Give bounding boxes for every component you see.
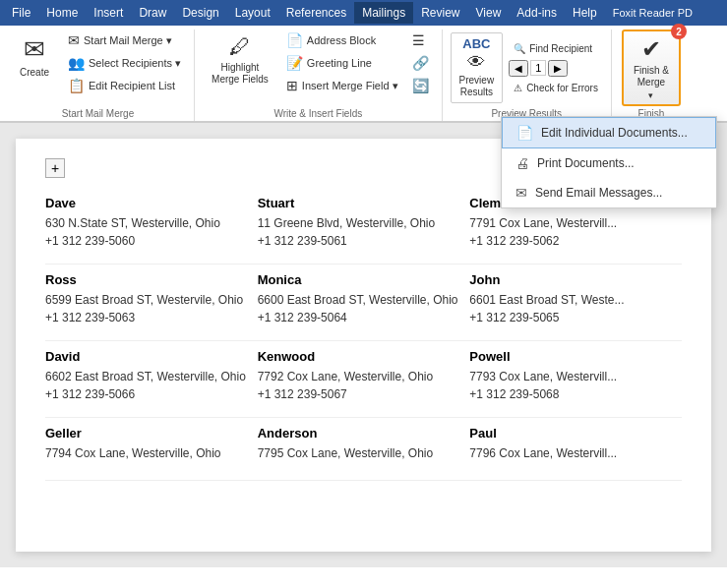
menu-foxit[interactable]: Foxit Reader PD bbox=[605, 3, 700, 23]
email-icon: ✉ bbox=[515, 185, 527, 201]
contact-address: 11 Greene Blvd, Westerville, Ohio bbox=[258, 216, 460, 230]
menu-review[interactable]: Review bbox=[413, 2, 467, 24]
merge-field-icon: ⊞ bbox=[286, 78, 298, 93]
contact-name: Kenwood bbox=[258, 349, 460, 364]
menu-view[interactable]: View bbox=[468, 2, 510, 24]
ribbon-group-preview: ABC 👁 PreviewResults 🔍 Find Recipient ◀ … bbox=[443, 29, 612, 121]
finish-badge: 2 bbox=[671, 24, 687, 39]
rules-button[interactable]: ☰ bbox=[407, 29, 434, 51]
people-icon: 👥 bbox=[68, 55, 85, 71]
contact-phone: +1 312 239-5060 bbox=[45, 234, 248, 248]
update-icon: 🔄 bbox=[412, 78, 429, 93]
contact-address: 630 N.State ST, Westerville, Ohio bbox=[45, 216, 248, 230]
nav-prev-button[interactable]: ◀ bbox=[509, 60, 528, 77]
contact-cell: Powell 7793 Cox Lane, Westervill... +1 3… bbox=[469, 341, 682, 418]
mail-icon: ✉ bbox=[68, 32, 80, 48]
greeting-icon: 📝 bbox=[286, 55, 303, 71]
contact-name: David bbox=[45, 349, 248, 364]
finish-merge-button[interactable]: ✔ Finish &Merge ▾ bbox=[622, 29, 681, 106]
contact-cell: Paul 7796 Cox Lane, Westervill... bbox=[469, 418, 682, 481]
menu-bar: File Home Insert Draw Design Layout Refe… bbox=[0, 0, 727, 26]
update-labels-button[interactable]: 🔄 bbox=[407, 75, 434, 96]
menu-references[interactable]: References bbox=[278, 2, 354, 24]
highlight-merge-fields-button[interactable]: 🖊 HighlightMerge Fields bbox=[203, 29, 277, 90]
ribbon-group-write-insert: 🖊 HighlightMerge Fields 📄 Address Block … bbox=[195, 29, 443, 121]
contact-cell: Kenwood 7792 Cox Lane, Westerville, Ohio… bbox=[258, 341, 470, 418]
group-label-start-mail-merge: Start Mail Merge bbox=[62, 108, 134, 121]
contact-cell: David 6602 East Broad ST, Westerville, O… bbox=[45, 341, 258, 418]
menu-addins[interactable]: Add-ins bbox=[509, 2, 565, 24]
finish-merge-dropdown: 📄 Edit Individual Documents... 🖨 Print D… bbox=[501, 116, 717, 208]
contact-grid: Dave 630 N.State ST, Westerville, Ohio +… bbox=[45, 188, 682, 481]
contact-address: 6599 East Broad ST, Westervile, Ohio bbox=[45, 293, 248, 307]
contact-cell: Monica 6600 East Broad ST, Westerville, … bbox=[258, 265, 470, 341]
print-documents-item[interactable]: 🖨 Print Documents... bbox=[502, 148, 716, 178]
edit-recipient-list-button[interactable]: 📋 Edit Recipient List bbox=[63, 75, 186, 96]
contact-address: 7793 Cox Lane, Westervill... bbox=[469, 370, 672, 383]
match-icon: 🔗 bbox=[412, 55, 429, 71]
select-recipients-button[interactable]: 👥 Select Recipients ▾ bbox=[63, 52, 186, 74]
contact-cell: Stuart 11 Greene Blvd, Westerville, Ohio… bbox=[258, 188, 470, 265]
start-mail-merge-button[interactable]: ✉ Start Mail Merge ▾ bbox=[63, 29, 186, 51]
contact-name: Monica bbox=[258, 272, 460, 287]
check-icon: ⚠ bbox=[514, 83, 522, 93]
menu-home[interactable]: Home bbox=[38, 2, 86, 24]
contact-address: 7794 Cox Lane, Westerville, Ohio bbox=[45, 446, 248, 460]
contact-name: Powell bbox=[469, 349, 672, 364]
abc-label: ABC bbox=[462, 37, 490, 50]
insert-merge-field-button[interactable]: ⊞ Insert Merge Field ▾ bbox=[281, 75, 403, 96]
edit-individual-docs-item[interactable]: 📄 Edit Individual Documents... bbox=[502, 117, 716, 148]
contact-phone: +1 312 239-5063 bbox=[45, 311, 248, 324]
menu-layout[interactable]: Layout bbox=[227, 2, 278, 24]
contact-phone: +1 312 239-5062 bbox=[469, 234, 672, 248]
contact-phone: +1 312 239-5066 bbox=[45, 387, 248, 401]
create-button[interactable]: ✉ Create bbox=[10, 29, 59, 84]
add-table-button[interactable]: + bbox=[45, 158, 65, 178]
greeting-line-button[interactable]: 📝 Greeting Line bbox=[281, 52, 403, 74]
check-errors-button[interactable]: ⚠ Check for Errors bbox=[509, 80, 603, 96]
contact-phone: +1 312 239-5068 bbox=[469, 387, 672, 401]
contact-address: 7796 Cox Lane, Westervill... bbox=[469, 446, 672, 460]
ribbon: ✉ Create ✉ Start Mail Merge ▾ 👥 Select R… bbox=[0, 26, 727, 123]
nav-controls: ◀ 1 ▶ bbox=[509, 60, 603, 77]
contact-address: 6600 East Broad ST, Westerville, Ohio bbox=[258, 293, 460, 307]
envelope-icon: ✉ bbox=[24, 34, 45, 65]
contact-address: 7792 Cox Lane, Westerville, Ohio bbox=[258, 370, 460, 383]
find-recipient-button[interactable]: 🔍 Find Recipient bbox=[509, 40, 603, 57]
finish-label: Finish &Merge bbox=[634, 65, 669, 88]
field-extras: ☰ 🔗 🔄 bbox=[407, 29, 434, 96]
finish-merge-wrapper: ✔ Finish &Merge ▾ 2 bbox=[622, 29, 681, 106]
contact-name: Paul bbox=[469, 426, 672, 441]
find-icon: 🔍 bbox=[514, 43, 525, 54]
nav-next-button[interactable]: ▶ bbox=[548, 60, 568, 77]
finish-icon: ✔ bbox=[641, 35, 661, 63]
nav-num: 1 bbox=[530, 60, 546, 76]
mail-merge-options: ✉ Start Mail Merge ▾ 👥 Select Recipients… bbox=[63, 29, 186, 96]
menu-mailings[interactable]: Mailings bbox=[354, 2, 413, 24]
contact-name: Dave bbox=[45, 196, 248, 210]
contact-address: 6601 East Broad ST, Weste... bbox=[469, 293, 672, 307]
contact-address: 7795 Cox Lane, Westerville, Ohio bbox=[258, 446, 460, 460]
contact-name: Ross bbox=[45, 272, 248, 287]
preview-results-button[interactable]: ABC 👁 PreviewResults bbox=[451, 32, 504, 103]
contact-name: Stuart bbox=[258, 196, 460, 210]
address-block-button[interactable]: 📄 Address Block bbox=[281, 29, 403, 51]
contact-cell: Ross 6599 East Broad ST, Westervile, Ohi… bbox=[45, 265, 258, 341]
contact-cell: Geller 7794 Cox Lane, Westerville, Ohio bbox=[45, 418, 258, 481]
preview-icon: 👁 bbox=[467, 52, 485, 73]
ribbon-group-finish: ✔ Finish &Merge ▾ 2 Finish bbox=[612, 29, 691, 121]
contact-phone: +1 312 239-5061 bbox=[258, 234, 460, 248]
printer-icon: 🖨 bbox=[515, 155, 529, 171]
rules-icon: ☰ bbox=[412, 32, 425, 48]
match-fields-button[interactable]: 🔗 bbox=[407, 52, 434, 74]
menu-file[interactable]: File bbox=[4, 2, 38, 24]
highlight-icon: 🖊 bbox=[229, 34, 251, 60]
preview-nav: 🔍 Find Recipient ◀ 1 ▶ ⚠ Check for Error… bbox=[509, 40, 603, 96]
menu-draw[interactable]: Draw bbox=[131, 2, 174, 24]
menu-help[interactable]: Help bbox=[565, 2, 605, 24]
menu-insert[interactable]: Insert bbox=[86, 2, 131, 24]
menu-design[interactable]: Design bbox=[174, 2, 226, 24]
send-email-item[interactable]: ✉ Send Email Messages... bbox=[502, 178, 716, 207]
edit-list-icon: 📋 bbox=[68, 78, 85, 93]
contact-phone: +1 312 239-5065 bbox=[469, 311, 672, 324]
